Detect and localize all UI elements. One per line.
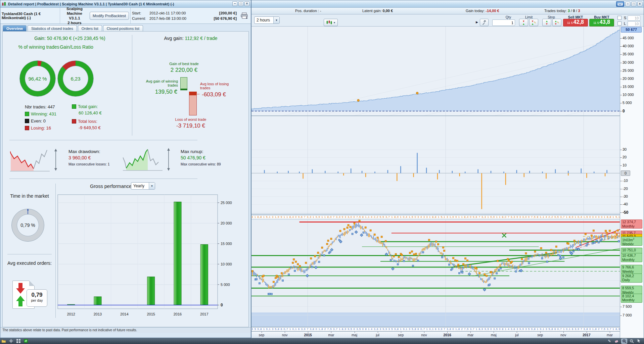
sell-mkt-button[interactable]: 11 5 42,8 — [563, 19, 588, 27]
detailed-report-window: Detailed report | ProBacktest | Scalping… — [0, 0, 251, 338]
close-icon[interactable]: × — [244, 1, 249, 6]
divider — [7, 254, 52, 254]
trades-win: 3 — [568, 9, 570, 13]
trade-results-pane[interactable] — [251, 116, 620, 214]
minimize-icon[interactable]: – — [232, 1, 237, 6]
expand-arrow-icon[interactable]: ▶ — [476, 20, 478, 24]
winning-value: 96,42 % — [28, 76, 47, 82]
timeframe-select[interactable]: 2 hours ▼ — [254, 16, 280, 24]
indicator-axis-tick: 20 — [623, 155, 627, 159]
timeline-label: mar — [467, 333, 473, 337]
max-runup-label: Max runup: — [181, 149, 221, 154]
drawdown-sparkline-icon — [10, 147, 62, 172]
tab-orders-list[interactable]: Orders list — [78, 25, 102, 32]
l-checkbox[interactable] — [617, 21, 622, 26]
sell-stop-order-button[interactable]: ▲▼✎ — [552, 19, 561, 26]
runup-sparkline-icon — [123, 147, 175, 172]
losing-row: Losing: 16 — [31, 126, 51, 131]
svg-text:25 000: 25 000 — [221, 201, 232, 205]
gross-performance-chart: 05 00010 00015 00020 00025 0002012201320… — [49, 192, 247, 318]
report-titlebar[interactable]: Detailed report | ProBacktest | Scalping… — [0, 0, 251, 8]
timeline-label: nov — [421, 333, 427, 337]
time-in-market-value: 0,79 % — [20, 223, 35, 228]
chart-titlebar[interactable]: – □ × — [251, 0, 644, 8]
svg-text:2014: 2014 — [120, 312, 128, 316]
timeline-label: mar — [328, 333, 334, 337]
settings-wrench-button[interactable] — [480, 19, 489, 26]
tab-closed-positions[interactable]: Closed positions list — [103, 25, 143, 32]
minimize-icon[interactable]: – — [625, 2, 630, 6]
max-drawdown-label: Max drawdown: — [68, 149, 110, 154]
qty-input[interactable] — [492, 19, 515, 26]
avg-orders-unit: per day — [27, 298, 47, 302]
current-value: 2017-feb-08 13:00:00 — [149, 16, 186, 21]
svg-text:2012: 2012 — [67, 312, 75, 316]
ratio-value: 6,23 — [71, 76, 80, 82]
buy-stop-order-button[interactable]: ▲▼ — [542, 19, 551, 26]
divider — [9, 179, 197, 179]
buy-mkt-button[interactable]: 11 5 43,8 — [589, 19, 614, 27]
l-value-field[interactable]: 10 — [628, 21, 640, 27]
svg-text:0: 0 — [221, 303, 223, 307]
start-value: 2012-okt-11 17:00:00 — [149, 10, 186, 16]
gain-today-label: Gain today: — [466, 9, 485, 13]
equity-current-value: 50 677 — [621, 27, 642, 33]
divider — [9, 140, 197, 140]
print-button[interactable] — [238, 8, 251, 23]
limit-row: L — [617, 21, 626, 26]
avg-gain-line: Avg gain: 112,92 € / trade — [135, 36, 246, 41]
printer-icon — [240, 12, 248, 19]
chevron-down-icon: ▼ — [273, 17, 279, 23]
zoom-out-icon[interactable] — [629, 339, 635, 344]
timeline-label: mar — [607, 333, 613, 337]
current-amount: [50 676,90 €] — [214, 16, 237, 21]
gross-performance-title: Gross performance — [90, 184, 132, 189]
maximize-icon[interactable]: □ — [631, 2, 636, 6]
draw-pencil-icon[interactable]: ✎ — [606, 339, 612, 344]
price-axis-column[interactable]: 45 00040 00035 00030 00025 00020 00015 0… — [620, 27, 644, 338]
avg-orders-value: 0,79 — [27, 292, 47, 298]
report-tabs: Overview Statistics of closed trades Ord… — [0, 24, 251, 32]
equity-curve-pane[interactable] — [251, 27, 620, 116]
max-drawdown-sub: Max consecutive losses: 1 — [68, 162, 110, 166]
chart-type-button[interactable]: ▼ — [324, 19, 338, 26]
close-icon[interactable]: × — [637, 2, 642, 6]
price-axis-tick: 7 500 — [623, 304, 632, 308]
equity-axis-tick: 25 000 — [623, 68, 634, 72]
avg-win-marker — [180, 89, 187, 90]
price-chart-pane[interactable] — [251, 220, 620, 327]
report-footnote: The statistics above relate to past data… — [0, 327, 251, 333]
divider — [132, 35, 132, 136]
latent-gain-value: 0,00 € — [383, 9, 393, 13]
gain-loss-ratio-donut: 6,23 — [57, 60, 94, 97]
new-chart-icon[interactable] — [23, 339, 29, 344]
candlestick-icon — [2, 2, 6, 6]
best-trade-label: Gain of best trade — [155, 62, 213, 66]
gross-period-select[interactable]: Yearly ▼ — [131, 182, 155, 190]
gain-line: Gain: 50 476,90 € (+25 238,45 %) — [9, 36, 130, 41]
zoom-in-icon[interactable] — [621, 339, 627, 344]
tab-overview[interactable]: Overview — [3, 25, 27, 32]
maximize-icon[interactable]: □ — [238, 1, 243, 6]
total-loss-label: Total loss: — [78, 119, 97, 124]
start-amount: [200,00 €] — [219, 10, 237, 16]
gain-value: 50 476,90 € (+25 238,45 %) — [47, 36, 105, 41]
grid-icon[interactable] — [15, 339, 21, 344]
gear-icon[interactable] — [8, 339, 14, 344]
eraser-icon[interactable] — [614, 339, 620, 344]
buy-limit-order-button[interactable]: ▼▲ — [519, 19, 528, 26]
keyboard-icon[interactable] — [616, 1, 624, 7]
report-header: Tyskland30 Cash (1 € Minikontrakt) (-) S… — [0, 8, 251, 24]
chart-timeline: sepnov2015marmajjulsepnov2016marmajjulse… — [251, 331, 620, 338]
tab-statistics[interactable]: Statistics of closed trades — [28, 25, 77, 32]
equity-axis-tick: 35 000 — [623, 52, 634, 56]
ratio-title: Gain/Loss Ratio — [58, 44, 95, 50]
pointer-icon[interactable] — [636, 339, 642, 344]
sell-limit-order-button[interactable]: ▼▲✎ — [529, 19, 538, 26]
s-checkbox[interactable] — [617, 16, 622, 20]
timeline-label: jul — [376, 333, 379, 337]
workspace-icon[interactable] — [1, 339, 7, 344]
s-value-field[interactable]: 10 — [628, 15, 640, 21]
modify-probacktest-button[interactable]: Modify ProBacktest — [90, 12, 129, 20]
indicator-axis-tick: -40 — [623, 202, 628, 206]
